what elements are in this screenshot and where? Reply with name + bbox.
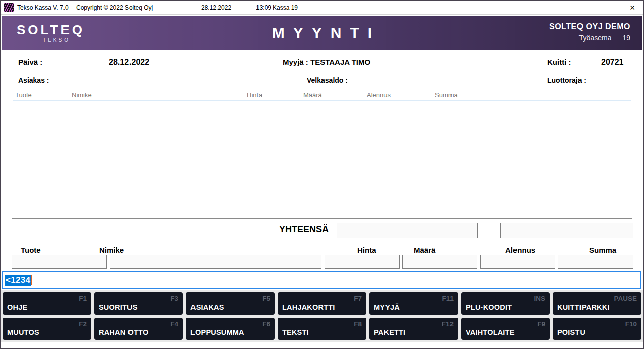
register-id: Kassa 19 (273, 4, 298, 11)
button-label: POISTU (557, 328, 585, 336)
fkey-label: F9 (537, 320, 545, 328)
button-label: OHJE (7, 303, 27, 311)
copyright-text: Copyright © 2022 Solteq Oyj (76, 4, 153, 11)
button-label: LAHJAKORTTI (282, 303, 335, 311)
tuote-field[interactable] (12, 255, 107, 269)
credit-label: Luottoraja : (547, 76, 586, 84)
summa-field[interactable] (558, 255, 633, 269)
fkey-label: F6 (262, 320, 270, 328)
text-caret (31, 275, 32, 285)
fkey-label: F1 (79, 295, 87, 302)
items-table: Tuote Nimike Hinta Määrä Alennus Summa (12, 89, 632, 219)
button-label: ASIAKAS (190, 303, 224, 311)
entry-label-tuote: Tuote (21, 246, 41, 254)
teksti-button[interactable]: TEKSTI F8 (278, 318, 366, 340)
total-amount-value (337, 223, 477, 229)
lahjakortti-button[interactable]: LAHJAKORTTI F7 (278, 292, 366, 315)
date-label: Päivä : (18, 57, 42, 66)
store-info: SOLTEQ OYJ DEMO Työasema19 (549, 22, 630, 42)
command-input[interactable]: <1234 (2, 271, 641, 289)
divider-line (10, 73, 633, 73)
page-title: MYYNTI (2, 24, 642, 41)
entry-label-maara: Määrä (414, 246, 435, 254)
rahan-otto-button[interactable]: RAHAN OTTO F4 (94, 318, 183, 340)
status-strip (3, 343, 641, 349)
app-window: Tekso Kassa V. 7.0 Copyright © 2022 Solt… (0, 0, 644, 349)
fkey-label: F11 (442, 295, 454, 302)
ohje-button[interactable]: OHJE F1 (3, 292, 91, 315)
store-name: SOLTEQ OYJ DEMO (549, 22, 630, 31)
fkey-label: F3 (170, 295, 178, 302)
kuittiparkki-button[interactable]: KUITTIPARKKI PAUSE (553, 292, 641, 315)
app-icon (4, 3, 14, 12)
entry-label-hinta: Hinta (357, 246, 376, 254)
debt-label: Velkasaldo : (307, 76, 348, 84)
empty-row-highlight (13, 100, 631, 101)
app-header: SOLTEQ TEKSO MYYNTI SOLTEQ OYJ DEMO Työa… (2, 16, 642, 50)
entry-label-alennus: Alennus (505, 246, 535, 254)
items-table-body (12, 101, 632, 218)
secondary-amount-value (501, 223, 633, 229)
receipt-label: Kuitti : (547, 57, 571, 66)
fkey-label: PAUSE (614, 295, 637, 302)
button-label: MYYJÄ (374, 303, 400, 311)
date-value: 28.12.2022 (109, 57, 149, 67)
plu-koodit-button[interactable]: PLU-KOODIT INS (461, 292, 550, 315)
title-bar: Tekso Kassa V. 7.0 Copyright © 2022 Solt… (1, 1, 643, 15)
close-icon[interactable]: ✕ (628, 4, 637, 12)
seller-label: Myyjä : (283, 57, 308, 66)
button-label: LOPPUSUMMA (190, 328, 244, 336)
secondary-amount-box (500, 223, 633, 238)
fkey-label: F5 (262, 295, 270, 302)
workstation-value: 19 (622, 34, 630, 42)
button-label: RAHAN OTTO (99, 328, 148, 336)
entry-label-nimike: Nimike (99, 246, 124, 254)
button-label: PAKETTI (374, 328, 405, 336)
fkey-label: F8 (354, 320, 362, 328)
column-header-maara: Määrä (303, 91, 322, 99)
loppusumma-button[interactable]: LOPPUSUMMA F6 (186, 318, 275, 340)
vaihtolaite-button[interactable]: VAIHTOLAITE F9 (461, 318, 550, 340)
column-header-hinta: Hinta (247, 91, 262, 99)
workstation-info: Työasema19 (549, 34, 630, 42)
button-label: KUITTIPARKKI (557, 303, 610, 311)
titlebar-time: 13:09 (256, 4, 271, 11)
column-header-summa: Summa (435, 91, 458, 99)
fkey-label: F2 (79, 320, 87, 328)
fkey-label: INS (534, 295, 545, 302)
paketti-button[interactable]: PAKETTI F12 (369, 318, 458, 340)
customer-label: Asiakas : (18, 76, 49, 84)
nimike-field[interactable] (110, 255, 321, 269)
suoritus-button[interactable]: SUORITUS F3 (94, 292, 183, 315)
asiakas-button[interactable]: ASIAKAS F5 (186, 292, 275, 315)
total-amount-box (337, 223, 478, 238)
button-label: VAIHTOLAITE (466, 328, 515, 336)
button-label: SUORITUS (99, 303, 138, 311)
alennus-field[interactable] (480, 255, 555, 269)
fkey-label: F10 (625, 320, 637, 328)
button-label: PLU-KOODIT (466, 303, 512, 311)
column-header-tuote: Tuote (15, 91, 32, 99)
window-title: Tekso Kassa V. 7.0 (17, 4, 69, 11)
function-key-panel: OHJE F1 SUORITUS F3 ASIAKAS F5 LAHJAKORT… (1, 290, 643, 342)
button-label: TEKSTI (282, 328, 309, 336)
command-input-selected-text: <1234 (5, 275, 31, 286)
entry-label-summa: Summa (589, 246, 616, 254)
poistu-button[interactable]: POISTU F10 (553, 318, 641, 340)
myyja-button[interactable]: MYYJÄ F11 (369, 292, 458, 315)
column-header-nimike: Nimike (72, 91, 92, 99)
maara-field[interactable] (402, 255, 477, 269)
fkey-label: F7 (354, 295, 362, 302)
column-header-alennus: Alennus (367, 91, 391, 99)
muutos-button[interactable]: MUUTOS F2 (3, 318, 91, 340)
hinta-field[interactable] (325, 255, 400, 269)
fkey-label: F4 (170, 320, 178, 328)
workstation-label: Työasema (579, 34, 612, 42)
total-label: YHTEENSÄ (279, 224, 329, 235)
titlebar-date: 28.12.2022 (201, 4, 231, 11)
button-label: MUUTOS (7, 328, 39, 336)
receipt-value: 20721 (601, 57, 624, 67)
seller-value: TESTAAJA TIMO (310, 57, 370, 66)
fkey-label: F12 (442, 320, 454, 328)
